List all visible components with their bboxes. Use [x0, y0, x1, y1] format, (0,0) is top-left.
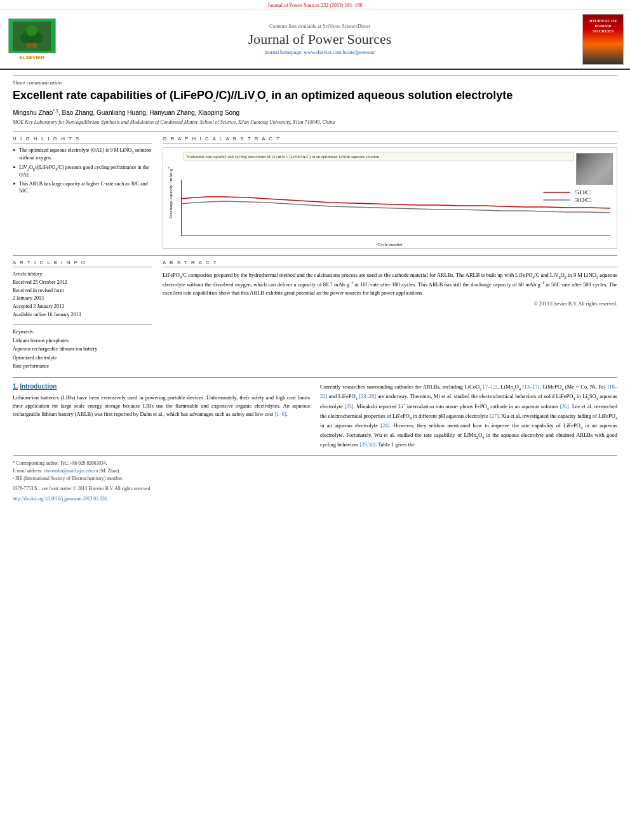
svg-text:30C: 30C	[574, 197, 592, 203]
article-history-items: Received 25 October 2012 Received in rev…	[13, 279, 152, 319]
footnote-1: ¹ ISE (International Society of Electroc…	[13, 475, 617, 483]
journal-banner: ELSEVIER Contents lists available at Sci…	[0, 10, 630, 70]
svg-rect-6	[27, 43, 37, 48]
divider-2	[13, 255, 617, 256]
body-col-left: 1. Introduction Lithium-ion batteries (L…	[13, 383, 310, 449]
footnote-email: E-mail address: zhaomshu@mail.xjtu.edu.c…	[13, 467, 617, 475]
article-info-heading: A R T I C L E I N F O	[13, 260, 152, 267]
article-info-abstract-section: A R T I C L E I N F O Article history: R…	[13, 260, 617, 371]
body-col-right: Currently researches surrounding cathode…	[320, 383, 617, 449]
elsevier-logo-block: ELSEVIER	[6, 18, 57, 60]
graphical-abstract-heading: G R A P H I C A L A B S T R A C T	[163, 136, 617, 143]
journal-citation: Journal of Power Sources 232 (2013) 181–…	[267, 3, 362, 8]
article-type-label: Short communication	[13, 75, 617, 86]
svg-point-5	[26, 25, 37, 36]
graphical-abstract-chart: Discharge capacity / mAh g-1 Noticeable …	[163, 147, 617, 249]
divider-keywords	[13, 324, 152, 325]
sciverse-line: Contents lists available at SciVerse Sci…	[64, 23, 576, 29]
copyright-line: © 2013 Elsevier B.V. All rights reserved…	[163, 301, 617, 307]
body-section: 1. Introduction Lithium-ion batteries (L…	[13, 377, 617, 449]
elsevier-tree-logo	[8, 18, 56, 53]
footnote-corresponding: * Corresponding author. Tel.: +86 029 82…	[13, 460, 617, 467]
abstract-heading: A B S T R A C T	[163, 260, 617, 267]
elsevier-wordmark: ELSEVIER	[19, 55, 44, 60]
chart-x-label: Cycle number	[377, 242, 402, 247]
keyword-2: Aqueous rechargeable lithium-ion battery	[13, 345, 152, 354]
introduction-title: 1. Introduction	[13, 383, 310, 390]
doi-line: http://dx.doi.org/10.1016/j.jpowsour.201…	[13, 495, 617, 503]
affiliation-line: MOE Key Laboratory for Non-equilibrium S…	[13, 119, 617, 125]
journal-homepage-line: journal homepage: www.elsevier.com/locat…	[64, 50, 576, 55]
graphical-abstract-column: G R A P H I C A L A B S T R A C T Discha…	[163, 136, 617, 249]
main-content: Short communication Excellent rate capab…	[0, 70, 630, 508]
abstract-text: LiFePO4/C composites prepared by the hyd…	[163, 271, 617, 297]
journal-title-banner: Journal of Power Sources	[64, 31, 576, 48]
journal-cover-image: JOURNAL OF POWER SOURCES	[582, 14, 624, 65]
introduction-text-col1: Lithium-ion batteries (LIBs) have been e…	[13, 394, 310, 419]
highlight-item-2: LiV3O8//(LiFePO4/C) presents good cyclin…	[13, 164, 152, 179]
authors-line: Mingshu Zhao*,1, Bao Zhang, Guanliang Hu…	[13, 109, 617, 116]
article-info-column: A R T I C L E I N F O Article history: R…	[13, 260, 152, 371]
keywords-label: Keywords:	[13, 329, 152, 335]
chart-y-label: Discharge capacity / mAh g-1	[167, 166, 173, 218]
svg-text:50C: 50C	[574, 189, 592, 195]
highlight-item-1: The optimized aqueous electrolyte (OAE) …	[13, 147, 152, 162]
introduction-text-col2: Currently researches surrounding cathode…	[320, 383, 617, 449]
journal-banner-center: Contents lists available at SciVerse Sci…	[64, 23, 576, 55]
abstract-column: A B S T R A C T LiFePO4/C composites pre…	[163, 260, 617, 371]
highlight-item-3: This ARLB has large capacity at higher C…	[13, 181, 152, 194]
highlights-heading: H I G H L I G H T S	[13, 136, 152, 143]
chart-svg: 0 20 40 60 80 100 120 0 100 200 300 400 …	[181, 180, 610, 237]
highlights-column: H I G H L I G H T S The optimized aqueou…	[13, 136, 152, 249]
keyword-4: Rate performance	[13, 362, 152, 371]
article-history-label: Article history:	[13, 271, 152, 277]
chart-title-box: Noticeable rate capacity and cycling beh…	[184, 152, 573, 161]
keyword-3: Optimized electrolyte	[13, 354, 152, 363]
highlights-graphical-section: H I G H L I G H T S The optimized aqueou…	[13, 136, 617, 249]
highlights-list: The optimized aqueous electrolyte (OAE) …	[13, 147, 152, 194]
article-title: Excellent rate capabilities of (LiFePO4/…	[13, 88, 617, 103]
divider-1	[13, 131, 617, 132]
footnotes-area: * Corresponding author. Tel.: +86 029 82…	[13, 455, 617, 503]
keywords-list: Lithium ferrous phosphates Aqueous recha…	[13, 337, 152, 371]
keyword-1: Lithium ferrous phosphates	[13, 337, 152, 345]
journal-citation-bar: Journal of Power Sources 232 (2013) 181–…	[0, 0, 630, 10]
issn-line: 0378-7753/$ – see front matter © 2013 El…	[13, 485, 617, 493]
